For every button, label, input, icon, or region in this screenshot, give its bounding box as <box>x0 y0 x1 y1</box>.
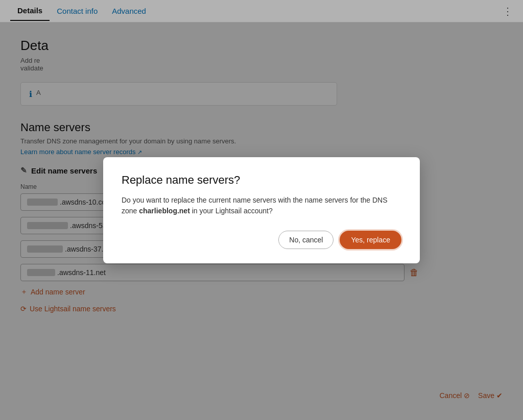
modal-title: Replace name servers? <box>122 174 401 187</box>
modal-overlay: Replace name servers? Do you want to rep… <box>0 0 523 420</box>
no-cancel-button[interactable]: No, cancel <box>278 231 334 249</box>
modal-body: Do you want to replace the current name … <box>122 195 401 216</box>
yes-replace-button[interactable]: Yes, replace <box>340 231 401 249</box>
modal-domain-name: charlieblog.net <box>139 207 190 215</box>
modal-body-suffix: in your Lightsail account? <box>190 207 273 215</box>
confirm-modal: Replace name servers? Do you want to rep… <box>103 157 420 263</box>
modal-actions: No, cancel Yes, replace <box>122 231 401 249</box>
